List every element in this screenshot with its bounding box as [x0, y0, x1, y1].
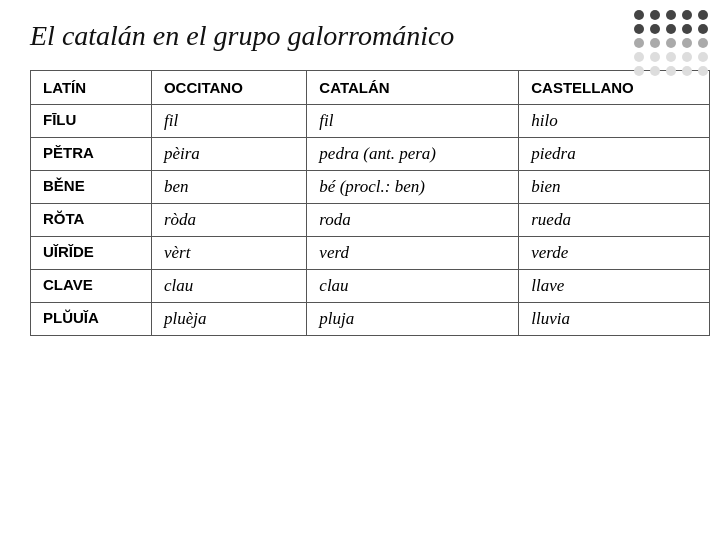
cell-occitano: ben	[151, 171, 306, 204]
dot	[634, 38, 644, 48]
table-row: PĔTRApèirapedra (ant. pera)piedra	[31, 138, 710, 171]
dot	[682, 10, 692, 20]
dot	[682, 52, 692, 62]
cell-latin: CLAVE	[31, 270, 152, 303]
dot	[634, 52, 644, 62]
cell-catalan: fil	[307, 105, 519, 138]
dot	[634, 10, 644, 20]
dot	[634, 66, 644, 76]
dot	[666, 10, 676, 20]
dot	[698, 52, 708, 62]
page-title: El catalán en el grupo galorrománico	[30, 20, 690, 52]
col-header-catalan: CATALÁN	[307, 71, 519, 105]
dot	[650, 66, 660, 76]
cell-castellano: piedra	[519, 138, 710, 171]
dot	[682, 66, 692, 76]
cell-occitano: fil	[151, 105, 306, 138]
cell-castellano: llave	[519, 270, 710, 303]
dot	[666, 24, 676, 34]
dot	[698, 66, 708, 76]
table-row: UĬRĬDEvèrtverdverde	[31, 237, 710, 270]
table-row: FĪLUfilfilhilo	[31, 105, 710, 138]
dots-decoration	[634, 10, 710, 76]
dot	[650, 24, 660, 34]
cell-occitano: pluèja	[151, 303, 306, 336]
cell-occitano: clau	[151, 270, 306, 303]
cell-occitano: vèrt	[151, 237, 306, 270]
cell-occitano: pèira	[151, 138, 306, 171]
dot	[698, 24, 708, 34]
comparison-table: LATÍN OCCITANO CATALÁN CASTELLANO FĪLUfi…	[30, 70, 710, 336]
dot	[634, 24, 644, 34]
cell-occitano: ròda	[151, 204, 306, 237]
cell-latin: PĔTRA	[31, 138, 152, 171]
cell-catalan: pluja	[307, 303, 519, 336]
cell-castellano: hilo	[519, 105, 710, 138]
table-header-row: LATÍN OCCITANO CATALÁN CASTELLANO	[31, 71, 710, 105]
table-row: CLAVEclauclaullave	[31, 270, 710, 303]
cell-latin: PLŬUĬA	[31, 303, 152, 336]
dot	[682, 24, 692, 34]
dot	[666, 38, 676, 48]
page: El catalán en el grupo galorrománico LAT…	[0, 0, 720, 356]
cell-castellano: rueda	[519, 204, 710, 237]
dot	[682, 38, 692, 48]
cell-castellano: bien	[519, 171, 710, 204]
cell-catalan: clau	[307, 270, 519, 303]
dot	[698, 10, 708, 20]
dot	[666, 66, 676, 76]
cell-latin: RŎTA	[31, 204, 152, 237]
dot	[650, 38, 660, 48]
cell-catalan: pedra (ant. pera)	[307, 138, 519, 171]
cell-latin: BĚNE	[31, 171, 152, 204]
table-row: RŎTAròdarodarueda	[31, 204, 710, 237]
cell-catalan: bé (procl.: ben)	[307, 171, 519, 204]
table-row: BĚNEbenbé (procl.: ben)bien	[31, 171, 710, 204]
cell-catalan: verd	[307, 237, 519, 270]
cell-castellano: lluvia	[519, 303, 710, 336]
col-header-latin: LATÍN	[31, 71, 152, 105]
cell-castellano: verde	[519, 237, 710, 270]
cell-catalan: roda	[307, 204, 519, 237]
col-header-occitano: OCCITANO	[151, 71, 306, 105]
dot	[650, 10, 660, 20]
dot	[650, 52, 660, 62]
cell-latin: FĪLU	[31, 105, 152, 138]
table-row: PLŬUĬApluèjaplujalluvia	[31, 303, 710, 336]
dot	[666, 52, 676, 62]
cell-latin: UĬRĬDE	[31, 237, 152, 270]
dot	[698, 38, 708, 48]
